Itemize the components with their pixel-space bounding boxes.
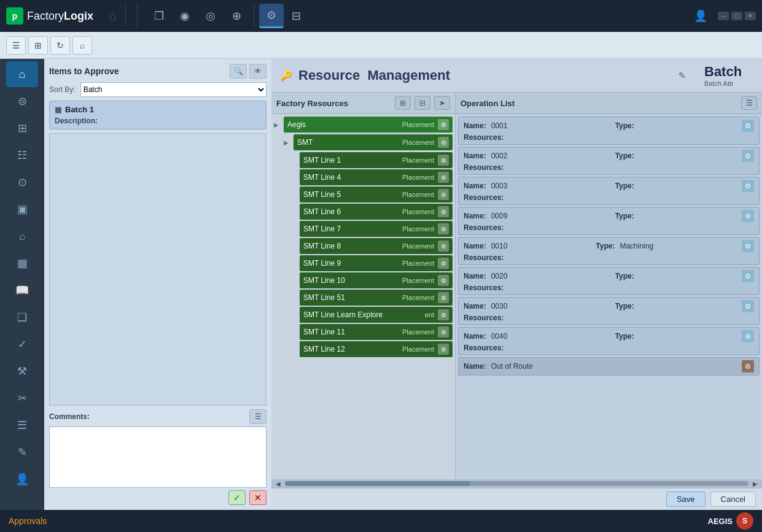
fr-add-btn[interactable]: ⊞	[395, 96, 411, 110]
list-item: SMT Line 8 Placement ⚙	[294, 238, 453, 254]
list-item: SMT Line 9 Placement ⚙	[294, 255, 453, 271]
comments-icon-btn[interactable]: ☰	[249, 409, 266, 424]
scroll-right-btn[interactable]: ▶	[751, 479, 760, 488]
fr-type-smtline6: Placement	[402, 208, 434, 215]
scroll-thumb	[285, 481, 470, 486]
list-toolbar-btn[interactable]: ☰	[6, 36, 26, 55]
approve-cross-btn[interactable]: ✕	[249, 490, 266, 505]
batch-item[interactable]: ▦ Batch 1 Description:	[49, 101, 266, 129]
fr-bar-smtline1[interactable]: SMT Line 1 Placement ⚙	[300, 152, 453, 168]
horizontal-scrollbar[interactable]: ◀ ▶	[271, 479, 762, 488]
sidebar-monitor-icon[interactable]: ▣	[6, 196, 38, 222]
top-bar-right: 👤 ─ □ ✕	[688, 4, 756, 28]
fr-bar-smtlinelearn[interactable]: SMT Line Learn Explore ent ⚙	[300, 307, 453, 323]
fr-bar-smtline12[interactable]: SMT Line 12 Placement ⚙	[300, 341, 453, 357]
minimize-btn[interactable]: ─	[718, 12, 729, 20]
ol-item-icon-0003: ⚙	[742, 180, 754, 192]
ol-item-icon: ⚙	[742, 120, 754, 132]
location-nav-icon[interactable]: ◎	[198, 4, 223, 28]
fr-type-smtlinelearn: ent	[425, 311, 434, 318]
fr-type-smtline11: Placement	[402, 328, 434, 336]
sidebar-grid-icon[interactable]: ⊞	[6, 115, 38, 141]
fr-bar-smtline51[interactable]: SMT Line 51 Placement ⚙	[300, 290, 453, 306]
top-nav: ❐ ◉ ◎ ⊕	[137, 4, 249, 28]
fr-type-smtline12: Placement	[402, 345, 434, 353]
sidebar-tools-icon[interactable]: ⚒	[6, 358, 38, 384]
fr-icon-smt: ⚙	[438, 137, 449, 148]
sidebar-edit-icon[interactable]: ✎	[6, 439, 38, 465]
sidebar-book-icon[interactable]: 📖	[6, 277, 38, 303]
ol-item-0030: Name:0030 Type: ⚙ Resources:	[458, 297, 760, 325]
fr-icon-smtline10: ⚙	[438, 275, 449, 286]
maximize-btn[interactable]: □	[731, 12, 742, 20]
fr-icon-smtline1: ⚙	[438, 155, 449, 166]
app-name: FactoryLogix	[27, 10, 93, 23]
ol-item-icon-0040: ⚙	[742, 330, 754, 342]
sidebar-chart-icon[interactable]: ☷	[6, 142, 38, 168]
copy-nav-icon[interactable]: ❐	[147, 4, 171, 28]
rm-title: Resource Management	[298, 67, 450, 83]
fr-name-smtline4: SMT Line 4	[303, 173, 398, 182]
ol-item-0020: Name:0020 Type: ⚙ Resources:	[458, 267, 760, 295]
scroll-left-btn[interactable]: ◀	[274, 479, 282, 488]
save-button[interactable]: Save	[666, 492, 706, 507]
sort-by-label: Sort By:	[49, 85, 76, 94]
logo-box: p	[6, 7, 23, 25]
comments-textarea[interactable]	[49, 426, 266, 488]
fr-icon-smtlinelearn: ⚙	[438, 309, 449, 320]
fr-icon-smtline6: ⚙	[438, 206, 449, 217]
ol-type-label: Type:	[615, 121, 634, 130]
sidebar-table-icon[interactable]: ☰	[6, 412, 38, 438]
sort-row: Sort By: Batch Date Name	[49, 82, 266, 97]
close-btn[interactable]: ✕	[745, 12, 756, 20]
search-toolbar-btn[interactable]: ⌕	[72, 36, 92, 55]
fr-name-smt: SMT	[297, 138, 398, 147]
sort-select[interactable]: Batch Date Name	[80, 82, 266, 97]
fr-bar-smt[interactable]: SMT Placement ⚙	[294, 134, 453, 150]
refresh-toolbar-btn[interactable]: ↻	[50, 36, 70, 55]
sidebar-database-icon[interactable]: ⊜	[6, 88, 38, 114]
left-sidebar: ⌂ ⊜ ⊞ ☷ ⊙ ▣ ⌕ ▦ 📖 ❑ ✓ ⚒ ✂ ☰ ✎ 👤	[0, 59, 44, 510]
fr-bar-smtline11[interactable]: SMT Line 11 Placement ⚙	[300, 324, 453, 340]
fr-expand-aegis[interactable]: ▶	[274, 121, 284, 128]
fr-nav-btn[interactable]: ➤	[434, 96, 450, 110]
sidebar-cut-icon[interactable]: ✂	[6, 385, 38, 411]
sidebar-record-icon[interactable]: ⊙	[6, 169, 38, 195]
fr-name-smtline9: SMT Line 9	[303, 259, 398, 268]
sidebar-check-icon[interactable]: ✓	[6, 331, 38, 357]
fr-bar-aegis[interactable]: Aegis Placement ⚙	[284, 117, 453, 133]
settings-nav-icon[interactable]: ⚙	[259, 4, 284, 28]
cancel-button[interactable]: Cancel	[710, 492, 756, 507]
items-search-btn[interactable]: 🔍	[230, 64, 247, 79]
items-view-btn[interactable]: 👁	[249, 64, 266, 79]
fr-bar-smtline5[interactable]: SMT Line 5 Placement ⚙	[300, 187, 453, 202]
approve-check-btn[interactable]: ✓	[228, 490, 246, 505]
rm-edit-icon[interactable]: ✎	[678, 71, 686, 80]
items-to-approve-panel: Items to Approve 🔍 👁 Sort By: Batch Date…	[44, 59, 271, 510]
sidebar-home-icon[interactable]: ⌂	[6, 61, 38, 87]
scroll-track[interactable]	[285, 481, 748, 486]
sidebar-warehouse-icon[interactable]: ▦	[6, 250, 38, 276]
user-icon[interactable]: 👤	[688, 4, 713, 28]
fr-expand-smt[interactable]: ▶	[284, 139, 294, 146]
fr-bar-smtline6[interactable]: SMT Line 6 Placement ⚙	[300, 204, 453, 220]
document-nav-icon[interactable]: ⊟	[284, 4, 308, 28]
ol-grid-btn[interactable]: ☰	[741, 96, 757, 110]
fr-copy-btn[interactable]: ⊟	[414, 96, 430, 110]
pin-toolbar-btn[interactable]: ⊞	[28, 36, 48, 55]
sidebar-person-icon[interactable]: 👤	[6, 466, 38, 492]
sidebar-docs-icon[interactable]: ❑	[6, 304, 38, 330]
sidebar-search-icon[interactable]: ⌕	[6, 223, 38, 249]
ol-item-icon-0020: ⚙	[742, 270, 754, 282]
rm-title-bold: Management	[368, 67, 450, 83]
fr-bar-smtline10[interactable]: SMT Line 10 Placement ⚙	[300, 272, 453, 288]
fr-bar-smtline8[interactable]: SMT Line 8 Placement ⚙	[300, 238, 453, 254]
fr-bar-smtline7[interactable]: SMT Line 7 Placement ⚙	[300, 221, 453, 237]
list-item: SMT Line 12 Placement ⚙	[294, 341, 453, 357]
list-item: SMT Line 7 Placement ⚙	[294, 221, 453, 237]
fr-bar-smtline4[interactable]: SMT Line 4 Placement ⚙	[300, 169, 453, 185]
users-nav-icon[interactable]: ◉	[173, 4, 197, 28]
globe-nav-icon[interactable]: ⊕	[224, 4, 249, 28]
fr-bar-smtline9[interactable]: SMT Line 9 Placement ⚙	[300, 255, 453, 271]
ol-resources: Resources:	[464, 133, 754, 142]
